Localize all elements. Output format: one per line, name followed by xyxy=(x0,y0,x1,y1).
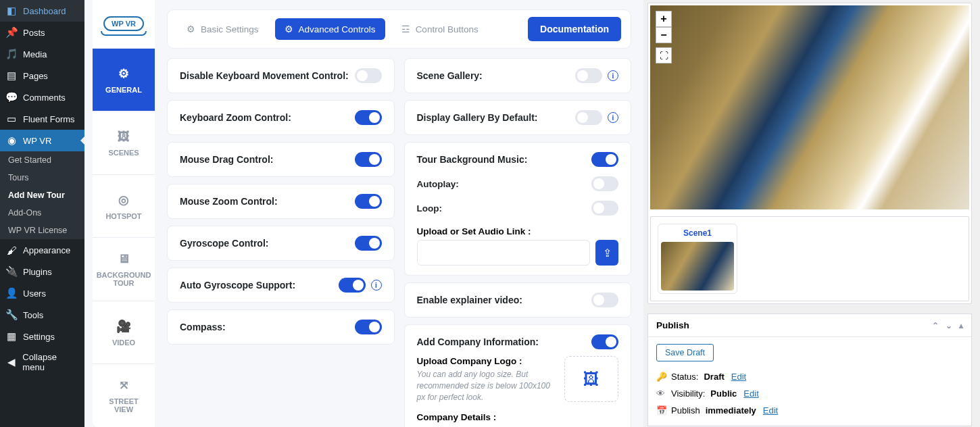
edit-visibility-link[interactable]: Edit xyxy=(743,388,758,399)
panorama-preview[interactable]: + − ⛶ xyxy=(650,5,969,209)
info-icon[interactable]: i xyxy=(608,112,618,123)
label-kb-zoom: Keyboard Zoom Control: xyxy=(180,112,291,123)
vtab-video[interactable]: 🎥VIDEO xyxy=(93,301,155,364)
toggle-autoplay[interactable] xyxy=(591,176,618,191)
menu-label: Dashboard xyxy=(23,6,66,16)
publish-value: immediately xyxy=(706,405,756,416)
monitor-icon: 🖥 xyxy=(118,252,130,266)
panel-down-icon[interactable]: ⌄ xyxy=(946,321,952,330)
menu-pages[interactable]: ▤Pages xyxy=(0,65,84,86)
dashboard-icon: ◧ xyxy=(5,5,18,17)
edit-publish-link[interactable]: Edit xyxy=(763,405,778,416)
edit-status-link[interactable]: Edit xyxy=(731,372,746,382)
toggle-mouse-drag[interactable] xyxy=(355,152,382,167)
logo-upload-placeholder[interactable]: 🖼 xyxy=(564,356,618,402)
menu-tools[interactable]: 🔧Tools xyxy=(0,304,84,326)
menu-settings[interactable]: ▦Settings xyxy=(0,326,84,347)
vtab-general[interactable]: ⚙GENERAL xyxy=(93,48,155,111)
save-draft-button[interactable]: Save Draft xyxy=(656,344,714,361)
upload-audio-button[interactable]: ⇪ xyxy=(595,240,618,266)
pages-icon: ▤ xyxy=(5,70,18,82)
publish-box: Publish ⌃ ⌄ ▴ Save Draft 🔑Status: Draft … xyxy=(647,313,972,426)
menu-media[interactable]: 🎵Media xyxy=(0,43,84,65)
street-icon: ⤧ xyxy=(119,378,129,393)
tools-icon: 🔧 xyxy=(5,309,18,321)
menu-wp-vr[interactable]: ◉WP VR xyxy=(0,130,84,151)
menu-label: Users xyxy=(23,288,46,299)
menu-fluent-forms[interactable]: ▭Fluent Forms xyxy=(0,108,84,130)
sliders-icon: ☲ xyxy=(401,24,410,34)
documentation-button[interactable]: Documentation xyxy=(528,17,621,41)
fullscreen-button[interactable]: ⛶ xyxy=(656,47,672,64)
toggle-explainer[interactable] xyxy=(591,293,618,307)
toggle-disable-kb[interactable] xyxy=(355,68,382,83)
toggle-compass[interactable] xyxy=(355,320,382,334)
gear-icon: ⚙ xyxy=(118,66,129,81)
label-loop: Loop: xyxy=(417,203,442,214)
panel-toggle-icon[interactable]: ▴ xyxy=(959,321,963,330)
label-auto-gyro: Auto Gyroscope Support: xyxy=(180,280,295,291)
label-upload-logo: Upload Company Logo : xyxy=(417,356,556,366)
menu-comments[interactable]: 💬Comments xyxy=(0,86,84,108)
vtab-scenes[interactable]: 🖼SCENES xyxy=(93,111,155,174)
vtab-label: SCENES xyxy=(108,149,139,157)
pin-icon: 📌 xyxy=(5,26,18,39)
eye-icon: 👁 xyxy=(656,388,666,399)
toggle-auto-gyro[interactable] xyxy=(339,278,366,293)
toggle-scene-gallery[interactable] xyxy=(575,68,602,83)
toggle-company-info[interactable] xyxy=(591,334,618,349)
scene-thumbnail-card[interactable]: Scene1 xyxy=(658,224,737,294)
scene-thumb-image xyxy=(661,242,734,291)
appearance-icon: 🖌 xyxy=(5,244,18,256)
tab-advanced-controls[interactable]: ⚙Advanced Controls xyxy=(275,18,385,40)
menu-label: Pages xyxy=(23,71,48,81)
tab-control-buttons[interactable]: ☲Control Buttons xyxy=(392,18,488,40)
toggle-kb-zoom[interactable] xyxy=(355,110,382,125)
vtab-bg-tour[interactable]: 🖥BACKGROUNDTOUR xyxy=(93,237,155,301)
toggle-display-gallery[interactable] xyxy=(575,110,602,125)
tab-label: Basic Settings xyxy=(201,24,259,34)
upload-icon: ⇪ xyxy=(603,247,612,259)
collapse-icon: ◀ xyxy=(5,356,17,368)
gear-icon: ⚙ xyxy=(187,24,195,34)
menu-label: Posts xyxy=(23,28,45,38)
submenu-add-new-tour[interactable]: Add New Tour xyxy=(0,186,84,204)
menu-posts[interactable]: 📌Posts xyxy=(0,22,84,43)
label-scene-gallery: Scene Gallery: xyxy=(417,70,483,81)
menu-plugins[interactable]: 🔌Plugins xyxy=(0,261,84,282)
visibility-label: Visibility: xyxy=(671,388,705,399)
submenu-tours[interactable]: Tours xyxy=(0,169,84,186)
toggle-loop[interactable] xyxy=(591,201,618,216)
key-icon: 🔑 xyxy=(656,372,666,382)
vtab-street[interactable]: ⤧STREETVIEW xyxy=(93,363,155,427)
vtab-label: GENERAL xyxy=(105,86,142,94)
forms-icon: ▭ xyxy=(5,113,18,125)
menu-label: Tools xyxy=(23,310,43,320)
users-icon: 👤 xyxy=(5,287,18,299)
menu-appearance[interactable]: 🖌Appearance xyxy=(0,239,84,261)
toggle-mouse-zoom[interactable] xyxy=(355,194,382,209)
tab-basic-settings[interactable]: ⚙Basic Settings xyxy=(177,18,268,40)
image-icon: 🖼 xyxy=(118,130,130,144)
audio-link-input[interactable] xyxy=(417,240,591,266)
comments-icon: 💬 xyxy=(5,91,18,103)
zoom-out-button[interactable]: − xyxy=(656,27,672,43)
submenu-license[interactable]: WP VR License xyxy=(0,222,84,239)
label-company-info: Add Company Information: xyxy=(417,336,539,347)
submenu-add-ons[interactable]: Add-Ons xyxy=(0,204,84,222)
submenu-get-started[interactable]: Get Started xyxy=(0,151,84,169)
info-icon[interactable]: i xyxy=(371,280,382,291)
toggle-gyro[interactable] xyxy=(355,236,382,251)
calendar-icon: 📅 xyxy=(656,405,666,416)
menu-collapse[interactable]: ◀Collapse menu xyxy=(0,347,84,377)
panel-up-icon[interactable]: ⌃ xyxy=(932,321,939,330)
menu-users[interactable]: 👤Users xyxy=(0,282,84,304)
image-icon: 🖼 xyxy=(583,370,599,388)
zoom-in-button[interactable]: + xyxy=(656,11,672,27)
toggle-bgm[interactable] xyxy=(591,152,618,167)
info-icon[interactable]: i xyxy=(608,70,618,81)
desc-upload-logo: You can add any logo size. But recommend… xyxy=(417,369,556,403)
vtab-hotspot[interactable]: ◎HOTSPOT xyxy=(93,174,155,238)
menu-dashboard[interactable]: ◧Dashboard xyxy=(0,0,84,22)
media-icon: 🎵 xyxy=(5,48,18,60)
